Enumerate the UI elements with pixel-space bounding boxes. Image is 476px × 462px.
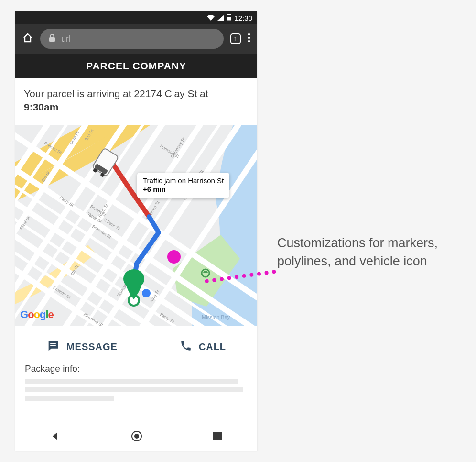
status-bar: 12:30: [15, 11, 257, 24]
svg-point-6: [248, 40, 250, 42]
message-label: MESSAGE: [66, 341, 118, 352]
arrival-text: Your parcel is arriving at 22174 Clay St…: [24, 88, 208, 99]
call-label: CALL: [199, 341, 226, 352]
annotation-text: Customizations for markers, polylines, a…: [277, 234, 476, 271]
svg-point-4: [248, 33, 250, 35]
arrival-message: Your parcel is arriving at 22174 Clay St…: [15, 78, 257, 125]
arrival-time: 9:30am: [24, 101, 58, 112]
wifi-icon: [207, 14, 215, 22]
tab-count[interactable]: 1: [230, 33, 241, 44]
svg-rect-2: [227, 17, 231, 20]
call-button[interactable]: CALL: [180, 340, 226, 354]
package-info-section: Package info:: [15, 363, 257, 409]
svg-point-5: [248, 37, 250, 39]
back-icon[interactable]: [51, 431, 60, 443]
browser-toolbar: url 1: [15, 24, 257, 54]
svg-point-60: [134, 434, 139, 439]
map-svg: Folsom St 2nd St 3rd St Bryant St Branna…: [15, 125, 257, 326]
url-bar[interactable]: url: [40, 29, 224, 49]
more-icon[interactable]: [248, 33, 250, 44]
svg-rect-58: [50, 345, 56, 346]
svg-rect-61: [213, 432, 222, 440]
home-nav-icon[interactable]: [131, 430, 142, 444]
url-text: url: [61, 34, 71, 44]
android-nav-bar: [15, 423, 257, 451]
svg-rect-57: [50, 343, 56, 344]
home-icon[interactable]: [22, 32, 33, 45]
google-logo: Google: [20, 308, 54, 321]
battery-icon: [227, 14, 231, 22]
message-button[interactable]: MESSAGE: [46, 339, 118, 355]
package-info-heading: Package info:: [25, 363, 248, 374]
brand-header: PARCEL COMPANY: [15, 54, 257, 78]
lock-icon: [49, 34, 55, 44]
message-icon: [46, 339, 60, 355]
recents-icon[interactable]: [213, 432, 222, 442]
callout-text: Traffic jam on Harrison St: [143, 176, 224, 186]
traffic-callout: Traffic jam on Harrison St +6 min: [137, 173, 229, 198]
phone-icon: [180, 340, 192, 354]
clock-text: 12:30: [234, 14, 252, 22]
skeleton-placeholder: [25, 379, 248, 401]
annotation-highlight-dot: [167, 250, 181, 264]
svg-rect-3: [49, 37, 55, 42]
svg-point-50: [142, 289, 151, 297]
map-view[interactable]: Folsom St 2nd St 3rd St Bryant St Branna…: [15, 125, 257, 326]
phone-frame: 12:30 url 1 PARCEL COMPANY Your parcel i…: [15, 11, 257, 451]
action-row: MESSAGE CALL: [15, 326, 257, 363]
callout-delay: +6 min: [143, 185, 166, 193]
svg-text:Mission Bay: Mission Bay: [202, 314, 230, 320]
cellular-icon: [217, 14, 224, 22]
svg-point-52: [123, 269, 144, 288]
